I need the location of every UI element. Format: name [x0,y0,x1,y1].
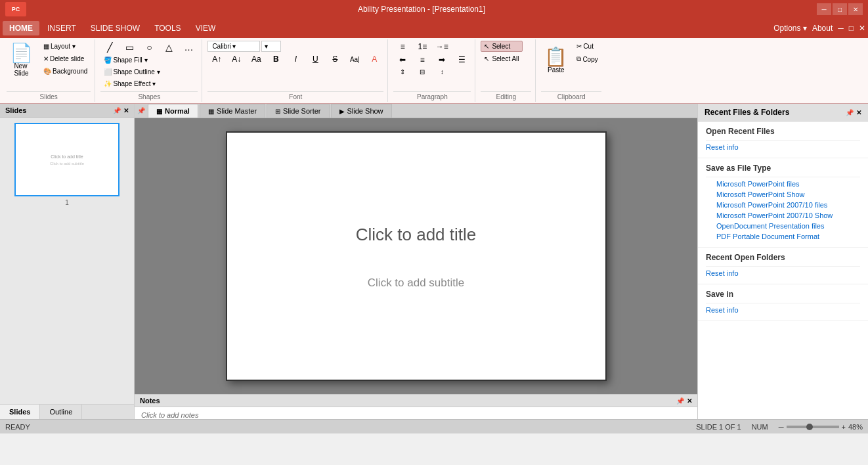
options-menu[interactable]: Options ▾ [773,24,807,33]
new-slide-button[interactable]: 📄 NewSlide [7,41,36,80]
menu-item-home[interactable]: HOME [3,21,39,35]
tab-slide-show[interactable]: ▶ Slide Show [331,104,392,118]
indent-button[interactable]: →≡ [433,41,451,53]
slide-thumbnail-1[interactable]: Click to add title Click to add subtitle [14,123,119,196]
right-panel-title: Recent Files & Folders [705,108,789,117]
maximize-button[interactable]: □ [833,3,847,15]
num-lock-status: NUM [752,423,768,431]
thumb-title: Click to add title [51,154,83,159]
notes-header: Notes 📌 ✕ [135,395,697,407]
copy-button[interactable]: ⧉ Copy [573,53,601,65]
right-panel-close-icon[interactable]: ✕ [856,109,861,116]
link-ppt-2007-show[interactable]: Microsoft PowerPoint 2007/10 Show [706,210,860,221]
circle-tool[interactable]: ○ [140,41,158,54]
background-button[interactable]: 🎨Background [40,66,91,77]
slide-title-placeholder[interactable]: Click to add title [227,218,605,252]
line-tool[interactable]: ╱ [100,41,119,54]
menu-close-icon[interactable]: ✕ [859,24,865,33]
align-left-button[interactable]: ⬅ [393,54,412,66]
menu-pin-icon[interactable]: ─ [838,24,844,33]
shape-outline-button[interactable]: ⬜Shape Outline ▾ [100,66,163,78]
bullet-list-button[interactable]: ≡ [393,41,412,53]
font-family-dropdown[interactable]: Calibri ▾ [207,41,260,52]
right-panel-pin-icon[interactable]: 📌 [846,109,854,116]
slide-canvas[interactable]: Click to add title Click to add subtitle [226,131,607,381]
shape-fill-button[interactable]: 🪣Shape Fill ▾ [100,55,150,66]
decrease-font-button[interactable]: A↓ [227,53,246,65]
zoom-minus-button[interactable]: ─ [779,423,784,431]
notes-content[interactable]: Click to add notes [135,407,697,419]
notes-close-icon[interactable]: ✕ [687,397,692,405]
link-ppt-2007-files[interactable]: Microsoft PowerPoint 2007/10 files [706,200,860,210]
link-pdf-format[interactable]: PDF Portable Document Format [706,231,860,242]
slides-tools: 📄 NewSlide ▦Layout ▾ ✕Delete slide 🎨Back… [7,41,91,91]
more-shapes[interactable]: … [179,41,198,54]
menu-item-slideshow[interactable]: SLIDE SHOW [84,21,146,35]
bold-button[interactable]: B [267,53,285,65]
font-aa-button[interactable]: Aa [247,53,265,65]
tab-normal[interactable]: ▦ Normal [148,104,198,118]
tab-slide-master[interactable]: ▦ Slide Master [200,104,265,118]
italic-button[interactable]: I [286,53,305,65]
about-menu[interactable]: About [812,24,833,33]
outline-tab[interactable]: Outline [40,405,82,419]
paste-button[interactable]: 📋 Paste [541,41,571,80]
reset-info-folders-link[interactable]: Reset info [706,268,860,278]
save-file-type-title: Save as File Type [706,164,860,173]
editing-tools: ↖ Select ↖ Select All [481,41,531,91]
zoom-slider[interactable] [787,426,839,428]
font-color-button[interactable]: A [365,53,383,65]
slides-panel-pin[interactable]: 📌 [113,107,121,114]
layout-button[interactable]: ▦Layout ▾ [40,41,91,52]
font-tools: Calibri ▾ ▾ A↑ A↓ Aa B I U S Aa| A [207,41,383,91]
slides-tab[interactable]: Slides [0,405,40,419]
ribbon-group-font: Calibri ▾ ▾ A↑ A↓ Aa B I U S Aa| A Font [204,39,388,102]
triangle-tool[interactable]: △ [160,41,178,54]
increase-font-button[interactable]: A↑ [207,53,226,65]
select-all-button[interactable]: ↖ Select All [481,53,522,64]
link-ppt-files[interactable]: Microsoft PowerPoint files [706,179,860,189]
title-bar: PC Ability Presentation - [Presentation1… [0,0,868,18]
menu-item-view[interactable]: VIEW [189,21,223,35]
select-button[interactable]: ↖ Select [481,41,522,52]
link-ppt-show[interactable]: Microsoft PowerPoint Show [706,189,860,200]
cut-button[interactable]: ✂ Cut [573,41,601,52]
menu-item-insert[interactable]: INSERT [41,21,83,35]
underline-button[interactable]: U [306,53,324,65]
align-center-button[interactable]: ≡ [413,54,431,66]
close-button[interactable]: ✕ [848,3,863,15]
menu-restore-icon[interactable]: □ [849,24,854,33]
reset-info-recent-link[interactable]: Reset info [706,142,860,152]
slide-subtitle-placeholder[interactable]: Click to add subtitle [227,271,605,295]
rect-tool[interactable]: ▭ [120,41,139,54]
ordered-list-button[interactable]: 1≡ [413,41,431,53]
recent-files-title: Open Recent Files [706,127,860,136]
zoom-plus-button[interactable]: + [842,423,846,431]
link-odp-files[interactable]: OpenDocument Presentation files [706,221,860,231]
zoom-slider-thumb [806,424,813,430]
font-style-button[interactable]: Aa| [345,55,364,64]
font-size-dropdown[interactable]: ▾ [261,41,281,52]
menu-item-tools[interactable]: TOOLS [148,21,187,35]
text-direction-button[interactable]: ⇕ [393,67,412,77]
app-logo: PC [5,2,26,16]
slides-list: Click to add title Click to add subtitle… [0,118,134,404]
shape-effect-button[interactable]: ✨Shape Effect ▾ [100,78,159,89]
align-right-button[interactable]: ➡ [433,54,451,66]
minimize-button[interactable]: ─ [817,3,831,15]
notes-pin-icon[interactable]: 📌 [676,397,684,405]
justify-button[interactable]: ☰ [452,54,471,66]
paragraph-tools: ≡ 1≡ →≡ ⬅ ≡ ➡ ☰ ⇕ ⊟ ↕ [393,41,471,91]
copy-icon: ⧉ [576,55,581,63]
ribbon-group-editing: ↖ Select ↖ Select All Editing [477,39,536,102]
strikethrough-button[interactable]: S [326,53,344,65]
columns-button[interactable]: ⊟ [413,67,431,77]
slides-panel-title: Slides [5,106,26,114]
reset-info-save-link[interactable]: Reset info [706,305,860,315]
select-icon: ↖ [484,43,489,50]
slides-panel-close[interactable]: ✕ [123,107,129,114]
spacing-button[interactable]: ↕ [433,67,451,77]
notes-panel: Notes 📌 ✕ Click to add notes [135,394,697,419]
delete-slide-button[interactable]: ✕Delete slide [40,53,91,64]
tab-slide-sorter[interactable]: ⊞ Slide Sorter [267,104,329,118]
